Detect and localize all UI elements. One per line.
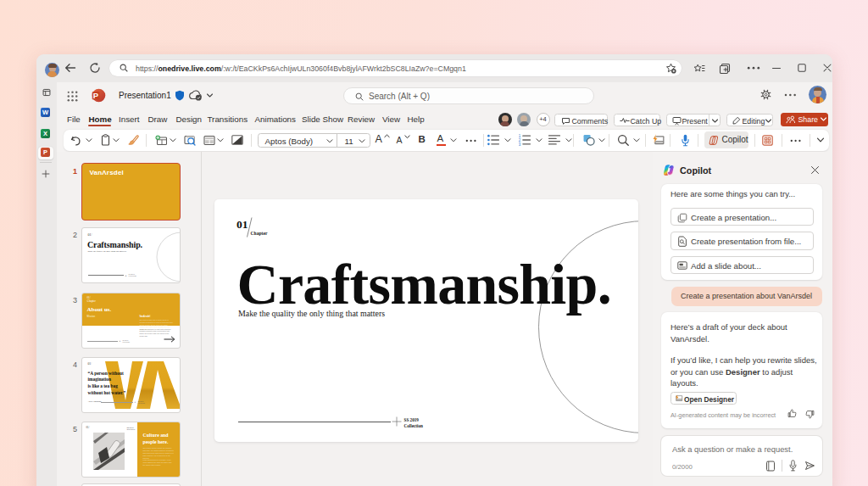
svg-text:P: P bbox=[93, 91, 99, 100]
svg-text:3: 3 bbox=[518, 142, 520, 146]
